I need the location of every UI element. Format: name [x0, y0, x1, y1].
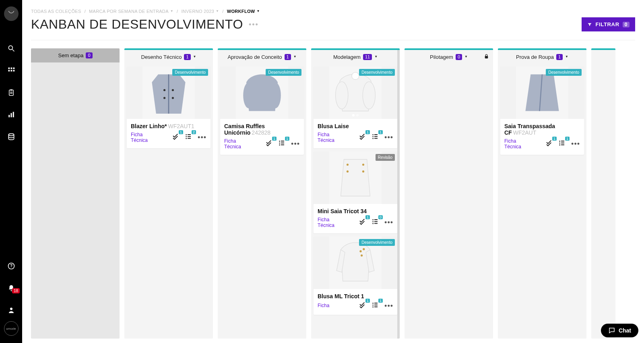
column-title: Aprovação de Conceito: [227, 54, 282, 60]
nav-clipboard[interactable]: [0, 81, 22, 104]
nav-search[interactable]: [0, 37, 22, 59]
card-more-menu[interactable]: •••: [198, 134, 206, 141]
page-options-menu[interactable]: •••: [249, 21, 259, 28]
chevron-down-icon[interactable]: ▼: [374, 55, 378, 58]
nav-database[interactable]: [0, 126, 22, 148]
kanban-column-desenho-tecnico[interactable]: Desenho Técnico1▼DesenvolvimentoBlazer L…: [124, 48, 213, 339]
card-approvals-icon[interactable]: 1: [172, 133, 179, 141]
card-thumbnail[interactable]: Desenvolvimento: [220, 67, 304, 119]
card-tasks-icon[interactable]: 2: [185, 133, 192, 141]
nav-apps[interactable]: [0, 59, 22, 81]
card-tasks-icon[interactable]: 0: [372, 218, 379, 227]
database-icon: [7, 133, 15, 141]
card-approvals-icon[interactable]: 1: [359, 218, 366, 227]
card-approvals-icon[interactable]: 1: [545, 140, 553, 148]
column-header[interactable]: Aprovação de Conceito1▼: [218, 50, 306, 64]
column-header[interactable]: Prova de Roupa1▼: [498, 50, 586, 64]
column-body[interactable]: DesenvolvimentoCamisa Ruffles Unicórnio2…: [218, 64, 306, 339]
nav-notifications[interactable]: 18: [0, 277, 22, 299]
card-thumbnail[interactable]: Revisão: [314, 152, 397, 204]
card-tasks-icon[interactable]: 1: [558, 140, 566, 148]
column-header[interactable]: [591, 50, 615, 58]
kanban-card[interactable]: DesenvolvimentoBlazer Linho*WF2AUT1Ficha…: [127, 67, 211, 148]
notifications-badge: 18: [12, 288, 20, 293]
column-header[interactable]: Sem etapa0: [31, 48, 120, 62]
card-tasks-icon[interactable]: 1: [372, 302, 379, 310]
card-more-menu[interactable]: •••: [384, 302, 393, 310]
card-thumbnail[interactable]: Desenvolvimento: [500, 67, 584, 119]
card-ficha-link[interactable]: Ficha Técnica: [131, 132, 154, 143]
card-ficha-link[interactable]: Ficha Técnica: [318, 217, 341, 229]
chevron-down-icon[interactable]: ▼: [565, 55, 568, 58]
card-more-menu[interactable]: •••: [384, 219, 393, 226]
kanban-column-next-partial[interactable]: [591, 48, 615, 339]
column-header[interactable]: Desenho Técnico1▼: [124, 50, 213, 64]
card-tasks-icon[interactable]: 1: [372, 133, 379, 141]
kanban-card[interactable]: RevisãoMini Saia Tricot 34Ficha Técnica1…: [314, 152, 397, 233]
badge: 1: [378, 130, 383, 134]
kanban-card[interactable]: DesenvolvimentoBlusa ML Tricot 1Ficha11•…: [314, 237, 397, 315]
card-thumbnail[interactable]: Desenvolvimento: [127, 67, 211, 119]
card-ficha-link[interactable]: Ficha Técnica: [318, 132, 341, 143]
chevron-down-icon[interactable]: ▼: [464, 55, 468, 58]
card-approvals-icon[interactable]: 1: [359, 302, 366, 310]
card-ficha-link[interactable]: Ficha Técnica: [224, 138, 248, 150]
svg-point-19: [10, 308, 12, 310]
card-more-menu[interactable]: •••: [571, 140, 580, 148]
column-header[interactable]: Pilotagem0▼: [405, 50, 493, 64]
column-body[interactable]: DesenvolvimentoSaia Transpassada CFWF2AU…: [498, 64, 586, 339]
kanban-board[interactable]: Sem etapa0Desenho Técnico1▼Desenvolvimen…: [31, 48, 635, 342]
column-body[interactable]: DesenvolvimentoBlusa LaiseFicha Técnica1…: [311, 64, 400, 339]
svg-rect-26: [188, 134, 191, 135]
kanban-column-aprovacao-conceito[interactable]: Aprovação de Conceito1▼DesenvolvimentoCa…: [218, 48, 306, 339]
app-logo[interactable]: [4, 6, 19, 21]
column-body[interactable]: [31, 62, 120, 339]
column-body[interactable]: [591, 58, 615, 339]
card-approvals-icon[interactable]: 1: [359, 133, 366, 141]
column-count-badge: 11: [363, 54, 372, 60]
svg-point-53: [362, 164, 364, 166]
kanban-column-pilotagem[interactable]: Pilotagem0▼: [405, 48, 493, 339]
chat-widget[interactable]: Chat: [601, 324, 638, 337]
card-ficha-link[interactable]: Ficha: [318, 303, 341, 308]
brand-footer-logo[interactable]: umode: [4, 321, 19, 336]
svg-rect-35: [281, 141, 284, 141]
breadcrumb-item[interactable]: INVERNO 2023▼: [181, 9, 219, 14]
svg-line-1: [12, 49, 14, 51]
card-status-tag: Desenvolvimento: [359, 69, 395, 76]
kanban-column-modelagem[interactable]: Modelagem11▼DesenvolvimentoBlusa LaiseFi…: [311, 48, 400, 339]
svg-rect-60: [374, 223, 378, 224]
nav-analytics[interactable]: [0, 104, 22, 126]
nav-profile[interactable]: [0, 299, 22, 321]
slider-dots[interactable]: [314, 114, 397, 116]
card-thumbnail[interactable]: Desenvolvimento: [314, 67, 397, 119]
scrollbar-indicator[interactable]: [397, 50, 400, 339]
column-body[interactable]: DesenvolvimentoBlazer Linho*WF2AUT1Ficha…: [124, 64, 213, 339]
breadcrumb-item[interactable]: MARCA POR SEMANA DE ENTRADA▼: [89, 9, 173, 14]
filter-button[interactable]: FILTRAR 0: [582, 17, 635, 31]
column-title: Modelagem: [333, 54, 361, 60]
card-tasks-icon[interactable]: 1: [278, 140, 285, 148]
card-more-menu[interactable]: •••: [384, 134, 393, 141]
card-approvals-icon[interactable]: 1: [265, 140, 272, 148]
kanban-card[interactable]: DesenvolvimentoSaia Transpassada CFWF2AU…: [500, 67, 584, 155]
svg-point-73: [559, 141, 560, 142]
chevron-down-icon[interactable]: ▼: [293, 55, 297, 58]
kanban-card[interactable]: DesenvolvimentoCamisa Ruffles Unicórnio2…: [220, 67, 304, 155]
card-title: Blazer Linho*WF2AUT1: [131, 123, 206, 129]
kanban-column-prova-roupa[interactable]: Prova de Roupa1▼DesenvolvimentoSaia Tran…: [498, 48, 586, 339]
chevron-down-icon[interactable]: ▼: [193, 55, 196, 58]
badge: 1: [565, 137, 570, 141]
card-icon-cluster: 11•••: [359, 133, 393, 141]
kanban-column-sem-etapa[interactable]: Sem etapa0: [31, 48, 120, 339]
column-header[interactable]: Modelagem11▼: [311, 50, 400, 64]
svg-point-59: [372, 223, 374, 225]
card-ficha-link[interactable]: Ficha Técnica: [504, 138, 528, 150]
breadcrumb-item[interactable]: TODAS AS COLEÇÕES: [31, 9, 81, 14]
card-more-menu[interactable]: •••: [291, 140, 300, 148]
card-thumbnail[interactable]: Desenvolvimento: [314, 237, 397, 289]
nav-help[interactable]: ?: [0, 255, 22, 277]
breadcrumb-current[interactable]: WORKFLOW▼: [227, 9, 260, 14]
column-body[interactable]: [405, 64, 493, 339]
kanban-card[interactable]: DesenvolvimentoBlusa LaiseFicha Técnica1…: [314, 67, 397, 148]
